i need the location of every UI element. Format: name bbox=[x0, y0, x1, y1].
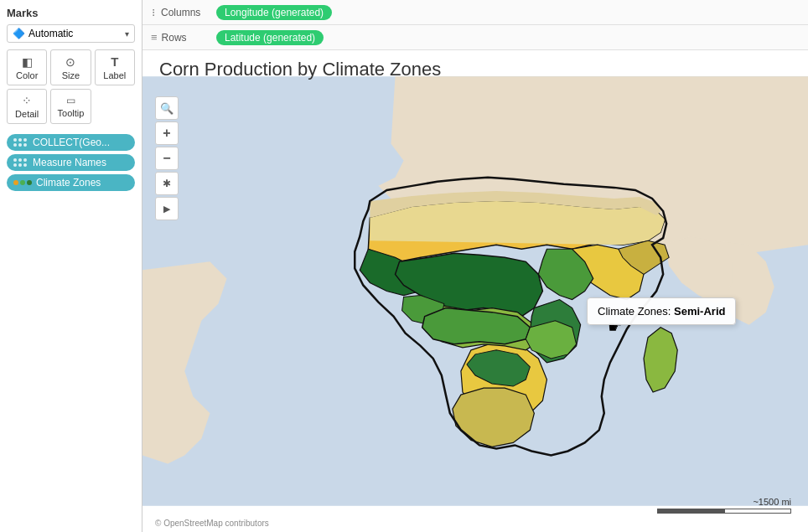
map-container[interactable] bbox=[142, 50, 808, 532]
label-icon: T bbox=[111, 54, 118, 69]
main-area: ⫶ Columns Longitude (generated) ≡ Rows L… bbox=[142, 0, 808, 532]
automatic-icon: 🔷 bbox=[13, 28, 25, 39]
zoom-in-icon: + bbox=[163, 126, 170, 141]
tooltip-box: Climate Zones: Semi-Arid bbox=[587, 297, 736, 325]
zoom-in-btn[interactable]: + bbox=[155, 121, 179, 145]
pan-tool-btn[interactable]: ▶ bbox=[155, 197, 179, 220]
scale-bar: ~1500 mi bbox=[657, 497, 791, 514]
latitude-pill[interactable]: Latitude (generated) bbox=[216, 30, 324, 45]
map-attribution: © OpenStreetMap contributors bbox=[155, 519, 269, 528]
climate-zones-pill[interactable]: Climate Zones bbox=[7, 174, 135, 191]
map-toolbar: 🔍 + − ✱ ▶ bbox=[155, 96, 179, 220]
collect-geo-pill[interactable]: COLLECT(Geo... bbox=[7, 134, 135, 151]
zoom-out-icon: − bbox=[163, 151, 170, 166]
scale-line bbox=[657, 509, 791, 514]
marks-grid: ◧ Color ⊙ Size T Label ⁘ Detail ▭ Toolti… bbox=[7, 49, 135, 124]
tooltip-value: Semi-Arid bbox=[674, 305, 725, 318]
rows-shelf: ≡ Rows Latitude (generated) bbox=[142, 25, 808, 50]
lasso-tool-btn[interactable]: ✱ bbox=[155, 172, 179, 195]
dots-icon bbox=[13, 158, 27, 167]
chart-title: Corn Production by Climate Zones bbox=[159, 59, 441, 80]
rows-icon: ≡ bbox=[151, 31, 158, 44]
size-mark-btn[interactable]: ⊙ Size bbox=[50, 49, 91, 85]
mark-type-select[interactable]: 🔷 Automatic ▾ bbox=[7, 24, 135, 43]
measure-names-pill[interactable]: Measure Names bbox=[7, 154, 135, 171]
tooltip-icon: ▭ bbox=[66, 95, 75, 106]
marks-title: Marks bbox=[7, 7, 135, 19]
mark-type-dropdown[interactable]: 🔷 Automatic ▾ bbox=[7, 24, 135, 43]
color-icon: ◧ bbox=[22, 55, 33, 69]
label-mark-btn[interactable]: T Label bbox=[95, 49, 135, 85]
color-mark-btn[interactable]: ◧ Color bbox=[7, 49, 47, 85]
app-container: Marks 🔷 Automatic ▾ ◧ Color ⊙ Size T La bbox=[0, 0, 808, 532]
rows-label: ≡ Rows bbox=[151, 31, 210, 44]
pan-icon: ▶ bbox=[163, 204, 170, 214]
colored-dots-icon bbox=[13, 180, 32, 185]
search-tool-btn[interactable]: 🔍 bbox=[155, 96, 179, 120]
dropdown-arrow-icon: ▾ bbox=[125, 29, 129, 39]
map-svg bbox=[142, 50, 808, 532]
marks-panel: Marks 🔷 Automatic ▾ ◧ Color ⊙ Size T La bbox=[0, 0, 142, 532]
pills-section: COLLECT(Geo... Measure Names Climate Zon… bbox=[7, 134, 135, 191]
zoom-out-btn[interactable]: − bbox=[155, 147, 179, 170]
dots-icon bbox=[13, 138, 27, 147]
detail-mark-btn[interactable]: ⁘ Detail bbox=[7, 89, 47, 124]
scale-segment-light bbox=[724, 509, 791, 514]
chart-area: Corn Production by Climate Zones bbox=[142, 50, 808, 532]
tooltip-label: Climate Zones: bbox=[598, 305, 671, 318]
columns-shelf: ⫶ Columns Longitude (generated) bbox=[142, 0, 808, 25]
longitude-pill[interactable]: Longitude (generated) bbox=[216, 5, 332, 20]
lasso-icon: ✱ bbox=[163, 178, 171, 189]
columns-icon: ⫶ bbox=[151, 6, 157, 18]
size-icon: ⊙ bbox=[65, 55, 75, 69]
tooltip-mark-btn[interactable]: ▭ Tooltip bbox=[50, 89, 91, 124]
columns-label: ⫶ Columns bbox=[151, 6, 210, 18]
search-icon: 🔍 bbox=[160, 102, 174, 115]
scale-segment-dark bbox=[657, 509, 724, 514]
scale-label: ~1500 mi bbox=[753, 497, 791, 507]
detail-icon: ⁘ bbox=[22, 94, 32, 107]
